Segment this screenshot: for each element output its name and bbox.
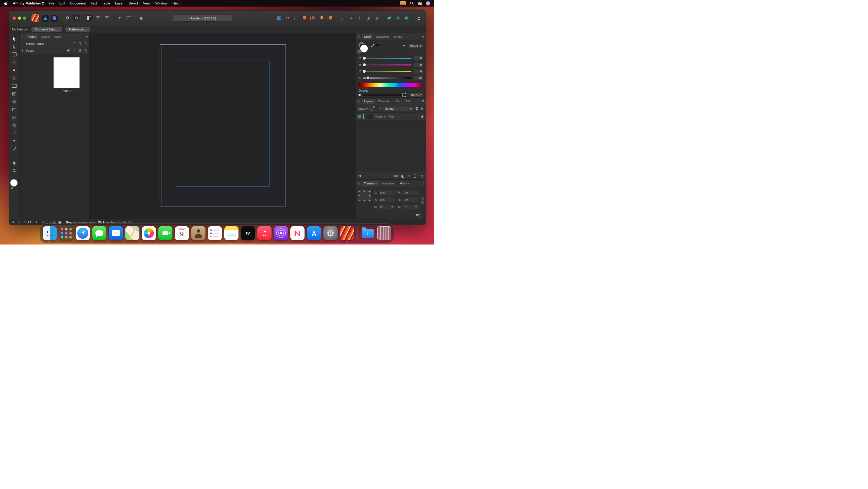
chevron-down-icon[interactable]	[391, 206, 393, 207]
x-field[interactable]: 0 in	[378, 190, 395, 195]
document-setup-button[interactable]: Document Setup…	[31, 27, 62, 32]
geometry-subtract-button[interactable]	[395, 15, 401, 21]
alignment-button[interactable]	[339, 15, 345, 21]
opacity-handle[interactable]	[402, 93, 406, 97]
previous-page-button[interactable]	[17, 221, 21, 224]
add-master-page-icon[interactable]	[72, 42, 76, 46]
dock-maps[interactable]	[125, 226, 140, 240]
document-canvas[interactable]	[90, 33, 355, 219]
slider-handle[interactable]	[363, 63, 366, 67]
menu-help[interactable]: Help	[173, 1, 180, 5]
yellow-slider[interactable]	[363, 71, 411, 72]
dock-mail[interactable]	[109, 226, 123, 240]
tab-assets[interactable]: Assets	[39, 34, 52, 39]
tab-color[interactable]: Color	[362, 34, 373, 39]
duplicate-layer-icon[interactable]	[358, 174, 362, 178]
pin-tool[interactable]	[10, 138, 18, 144]
y-field[interactable]: 0 in	[378, 197, 395, 202]
apple-menu-icon[interactable]	[4, 1, 8, 5]
menu-view[interactable]: View	[143, 1, 150, 5]
chevron-down-icon[interactable]	[379, 108, 381, 109]
menu-window[interactable]: Window	[155, 1, 167, 5]
menu-file[interactable]: File	[49, 1, 54, 5]
blend-options-gear-icon[interactable]: ⚙	[415, 107, 418, 111]
publisher-app-icon[interactable]	[31, 14, 39, 22]
dock-system-settings[interactable]: ⚙	[323, 226, 338, 240]
geometry-intersect-button[interactable]	[403, 15, 410, 21]
link-dimensions-icons[interactable]	[421, 189, 424, 212]
add-page-icon[interactable]	[72, 49, 76, 52]
fill-color-swatch[interactable]	[10, 179, 18, 186]
dock-launchpad[interactable]	[59, 226, 73, 240]
chevron-down-icon[interactable]	[421, 215, 423, 217]
duplicate-page-icon[interactable]	[78, 49, 82, 52]
fill-color-circle[interactable]	[360, 45, 368, 53]
secondary-color-dot[interactable]	[376, 44, 379, 47]
eyedropper-icon[interactable]	[371, 44, 374, 48]
tab-stroke[interactable]: Stroke	[392, 34, 405, 39]
tab-stock[interactable]: Stock	[53, 34, 65, 39]
dock-photos[interactable]	[142, 226, 156, 240]
menu-layer[interactable]: Layer	[115, 1, 124, 5]
siri-icon[interactable]	[426, 1, 430, 5]
dock-contacts[interactable]	[191, 226, 206, 240]
dock-music[interactable]: ♫	[257, 226, 272, 240]
menu-text[interactable]: Text	[91, 1, 97, 5]
table-tool[interactable]	[10, 59, 18, 65]
transparency-button[interactable]: ◐	[138, 15, 145, 21]
magenta-value[interactable]: 0	[413, 63, 423, 67]
dock-downloads[interactable]: ↓	[361, 226, 375, 240]
move-tool[interactable]	[10, 36, 18, 42]
panel-menu-icon[interactable]: ≡	[422, 181, 424, 185]
panel-menu-icon[interactable]: ≡	[86, 35, 88, 38]
geometry-add-button[interactable]	[386, 15, 392, 21]
control-center-icon[interactable]	[418, 1, 422, 5]
lock-layer-icon[interactable]	[421, 107, 424, 110]
w-field[interactable]: 0 in	[402, 190, 419, 195]
dock-news[interactable]	[290, 226, 305, 240]
yellow-value[interactable]: 0	[413, 69, 423, 74]
layered-pages-tool[interactable]	[10, 114, 18, 120]
view-hand-tool[interactable]	[10, 160, 18, 166]
show-guides-button[interactable]	[104, 15, 110, 21]
cyan-slider[interactable]	[363, 58, 411, 59]
dock-affinity-publisher[interactable]	[340, 226, 354, 240]
place-image-tool[interactable]	[10, 107, 18, 113]
transform-origin-icon[interactable]	[416, 214, 420, 218]
panel-grip[interactable]	[358, 35, 360, 38]
panel-menu-icon[interactable]: ≡	[422, 35, 424, 38]
menu-edit[interactable]: Edit	[59, 1, 65, 5]
new-layer-icon[interactable]	[413, 174, 417, 178]
minimize-button[interactable]	[18, 17, 21, 20]
page-1-thumbnail[interactable]	[54, 57, 80, 88]
dock-podcasts[interactable]	[274, 226, 288, 240]
picture-frame-ellipse-tool[interactable]	[10, 98, 18, 105]
preview-mode-button[interactable]	[86, 15, 92, 21]
document-title-dropdown[interactable]: <Untitled> (152.6%)	[173, 15, 232, 21]
tab-layers[interactable]: Layers	[362, 98, 375, 104]
blend-mode-dropdown[interactable]: Normal	[383, 106, 413, 111]
preferences-button[interactable]: Preferences…	[65, 27, 90, 32]
layer-row[interactable]: Master A - Right	[356, 113, 426, 121]
r-field[interactable]: 0 °	[378, 204, 395, 209]
text-flow-button[interactable]	[276, 15, 282, 21]
clip-to-canvas-button[interactable]	[95, 15, 101, 21]
tab-character[interactable]: Character	[376, 98, 393, 104]
document-page[interactable]	[160, 44, 286, 206]
insert-inside-button[interactable]	[318, 15, 324, 21]
panel-menu-icon[interactable]: ≡	[422, 99, 424, 103]
pen-tool[interactable]	[10, 75, 18, 81]
dock-trash[interactable]	[377, 226, 391, 240]
disclosure-expanded-icon[interactable]: ▾	[22, 49, 24, 52]
picture-frame-rectangle-tool[interactable]	[10, 91, 18, 97]
h-field[interactable]: 0 in	[402, 197, 419, 202]
fill-stroke-color-well[interactable]: ↺	[10, 179, 18, 189]
account-button[interactable]	[416, 15, 422, 21]
cyan-value[interactable]: 0	[413, 56, 423, 61]
frame-properties-button[interactable]	[126, 15, 132, 21]
layer-thumbnail[interactable]	[366, 114, 373, 119]
panel-grip[interactable]	[358, 182, 360, 185]
zoom-tool[interactable]	[10, 168, 18, 174]
opacity-slider[interactable]	[363, 94, 407, 96]
delete-page-icon[interactable]	[84, 49, 87, 52]
